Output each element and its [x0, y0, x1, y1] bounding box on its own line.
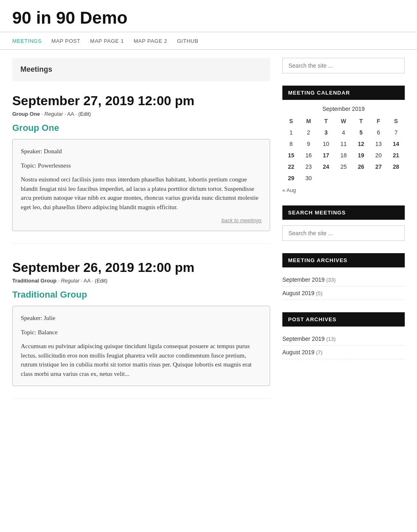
cal-day-0-3[interactable]: 4: [335, 127, 353, 138]
cal-day-0-2[interactable]: 3: [317, 127, 335, 138]
main-content: Meetings September 27, 2019 12:00 pm Gro…: [12, 58, 270, 415]
post-archive-link-1[interactable]: August 2019: [282, 349, 315, 355]
back-to-meetings-link-0[interactable]: back to meetings: [21, 217, 262, 223]
cal-day-4-6: [387, 172, 405, 184]
sidebar: MEETING CALENDAR September 2019 SMTWTFS …: [282, 58, 405, 415]
cal-day-3-0[interactable]: 22: [282, 161, 300, 172]
post-archives-list: September 2019 (13)August 2019 (7): [282, 332, 405, 359]
cal-day-1-1[interactable]: 9: [300, 138, 317, 150]
calendar-prev-link[interactable]: « Aug: [282, 187, 296, 193]
meeting-archive-link-0[interactable]: September 2019: [282, 276, 325, 283]
cal-day-2-5[interactable]: 20: [370, 150, 387, 161]
cal-day-3-6[interactable]: 28: [387, 161, 405, 172]
topic-0: Topic: Powerlesness: [21, 161, 262, 170]
cal-day-0-1[interactable]: 2: [300, 127, 317, 138]
cal-day-2-4[interactable]: 19: [352, 150, 370, 161]
cal-day-1-6[interactable]: 14: [387, 138, 405, 150]
cal-header-T: T: [352, 115, 370, 127]
post-archives-widget: POST ARCHIVES September 2019 (13)August …: [282, 312, 405, 359]
cal-day-2-6[interactable]: 21: [387, 150, 405, 161]
meeting-meta-0: Group One · Regular · AA · (Edit): [12, 111, 270, 117]
breadcrumb-box: Meetings: [12, 58, 270, 81]
meeting-card-0: Speaker: Donald Topic: Powerlesness Nost…: [12, 139, 270, 231]
meeting-entry-1: September 26, 2019 12:00 pm Traditional …: [12, 260, 270, 399]
cal-header-M: M: [300, 115, 317, 127]
cal-day-1-0[interactable]: 8: [282, 138, 300, 150]
cal-day-4-0[interactable]: 29: [282, 172, 300, 184]
meeting-archive-item-1: August 2019 (5): [282, 287, 405, 300]
nav-item-map-page-2[interactable]: MAP PAGE 2: [133, 38, 167, 44]
meeting-entry-0: September 27, 2019 12:00 pm Group One · …: [12, 93, 270, 244]
cal-day-1-2[interactable]: 10: [317, 138, 335, 150]
cal-day-3-3[interactable]: 25: [335, 161, 353, 172]
cal-day-4-3: [335, 172, 353, 184]
meeting-card-1: Speaker: Julie Topic: Balance Accumsan e…: [12, 306, 270, 386]
meeting-date-0: September 27, 2019 12:00 pm: [12, 93, 270, 108]
meeting-archive-count-0: (33): [326, 277, 335, 283]
post-archive-item-0: September 2019 (13): [282, 332, 405, 346]
site-title: 90 in 90 Demo: [12, 8, 405, 28]
page-wrap: Meetings September 27, 2019 12:00 pm Gro…: [0, 58, 417, 415]
nav-item-github[interactable]: GITHUB: [177, 38, 198, 44]
group-title-0: Group One: [12, 123, 270, 133]
cal-header-S: S: [387, 115, 405, 127]
post-archives-title: POST ARCHIVES: [282, 312, 405, 327]
speaker-0: Speaker: Donald: [21, 147, 262, 156]
cal-day-1-4[interactable]: 12: [352, 138, 370, 150]
nav-item-map-page-1[interactable]: MAP PAGE 1: [90, 38, 124, 44]
cal-day-3-1[interactable]: 23: [300, 161, 317, 172]
meeting-archive-item-0: September 2019 (33): [282, 273, 405, 287]
body-0: Nostra euismod orci facilisis justo mus …: [21, 175, 262, 212]
site-header: 90 in 90 Demo: [0, 0, 417, 28]
cal-day-1-5[interactable]: 13: [370, 138, 387, 150]
cal-day-3-2[interactable]: 24: [317, 161, 335, 172]
search-meetings-input[interactable]: [282, 225, 405, 241]
cal-day-0-6[interactable]: 7: [387, 127, 405, 138]
cal-header-F: F: [370, 115, 387, 127]
meeting-archives-list: September 2019 (33)August 2019 (5): [282, 273, 405, 300]
meeting-archives-widget: MEETING ARCHIVES September 2019 (33)Augu…: [282, 253, 405, 300]
calendar-table: September 2019 SMTWTFS 12345678910111213…: [282, 106, 405, 184]
calendar-widget: MEETING CALENDAR September 2019 SMTWTFS …: [282, 86, 405, 193]
cal-day-2-1[interactable]: 16: [300, 150, 317, 161]
edit-link-1[interactable]: Edit: [97, 278, 106, 284]
meeting-archive-count-1: (5): [316, 290, 323, 296]
cal-day-3-4[interactable]: 26: [352, 161, 370, 172]
cal-day-0-4[interactable]: 5: [352, 127, 370, 138]
cal-day-2-2[interactable]: 17: [317, 150, 335, 161]
group-title-1: Traditional Group: [12, 289, 270, 300]
post-archive-count-0: (13): [326, 336, 335, 342]
breadcrumb-label: Meetings: [20, 65, 52, 73]
sidebar-search-widget: [282, 58, 405, 73]
nav-item-map-post[interactable]: MAP POST: [51, 38, 80, 44]
cal-day-0-5[interactable]: 6: [370, 127, 387, 138]
edit-link-0[interactable]: Edit: [80, 111, 89, 117]
cal-day-2-0[interactable]: 15: [282, 150, 300, 161]
search-meetings-title: SEARCH MEETINGS: [282, 205, 405, 220]
calendar-widget-title: MEETING CALENDAR: [282, 86, 405, 100]
cal-day-4-4: [352, 172, 370, 184]
cal-day-3-5[interactable]: 27: [370, 161, 387, 172]
cal-header-S: S: [282, 115, 300, 127]
cal-day-4-1[interactable]: 30: [300, 172, 317, 184]
sidebar-search-input[interactable]: [282, 58, 405, 73]
cal-day-4-2: [317, 172, 335, 184]
cal-header-W: W: [335, 115, 353, 127]
meeting-archives-title: MEETING ARCHIVES: [282, 253, 405, 267]
cal-day-2-3[interactable]: 18: [335, 150, 353, 161]
nav-item-meetings[interactable]: MEETINGS: [12, 38, 42, 44]
meeting-date-1: September 26, 2019 12:00 pm: [12, 260, 270, 275]
search-meetings-widget: SEARCH MEETINGS: [282, 205, 405, 241]
calendar-nav: « Aug: [282, 184, 405, 193]
post-archive-item-1: August 2019 (7): [282, 346, 405, 359]
post-archive-link-0[interactable]: September 2019: [282, 336, 325, 342]
navigation: MEETINGSMAP POSTMAP PAGE 1MAP PAGE 2GITH…: [0, 32, 417, 50]
cal-header-T: T: [317, 115, 335, 127]
calendar-month: September 2019: [282, 106, 405, 112]
speaker-1: Speaker: Julie: [21, 313, 262, 323]
meeting-archive-link-1[interactable]: August 2019: [282, 290, 315, 296]
cal-day-4-5: [370, 172, 387, 184]
cal-day-1-3[interactable]: 11: [335, 138, 353, 150]
cal-day-0-0[interactable]: 1: [282, 127, 300, 138]
post-archive-count-1: (7): [316, 349, 323, 355]
